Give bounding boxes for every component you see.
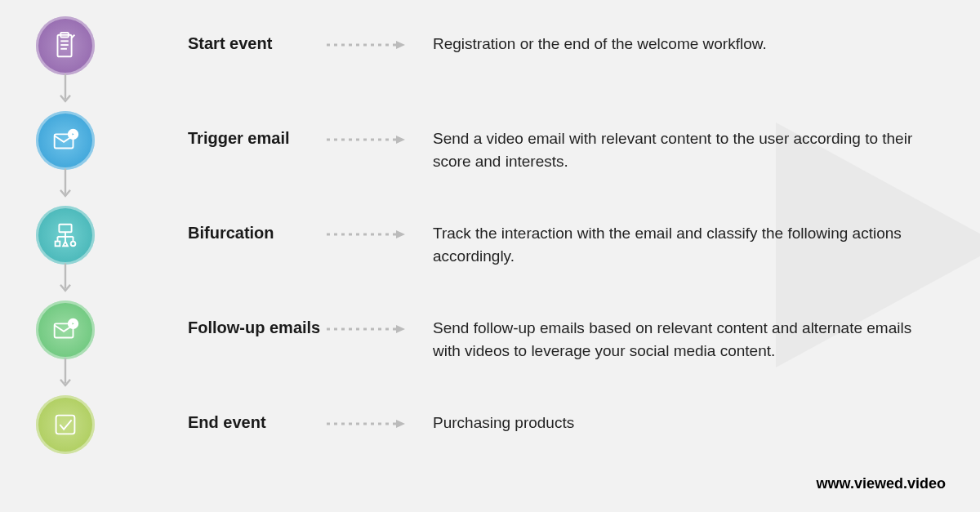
- email-play-icon: [36, 301, 95, 359]
- step-label: End event: [98, 395, 327, 432]
- step-label: Start event: [98, 16, 327, 53]
- dotted-arrow-icon: [327, 134, 408, 145]
- arrow-down-icon: [56, 359, 75, 389]
- dotted-arrow-icon: [327, 323, 408, 335]
- arrow-down-icon: [56, 265, 75, 294]
- step-description: Send a video email with relevant content…: [433, 111, 947, 172]
- step-label: Follow-up emails: [98, 301, 327, 337]
- step-description: Send follow-up emails based on relevant …: [433, 301, 947, 362]
- svg-rect-34: [56, 416, 75, 434]
- svg-marker-15: [396, 136, 405, 144]
- svg-marker-33: [396, 325, 405, 333]
- svg-rect-22: [56, 242, 60, 247]
- check-icon: [36, 395, 95, 454]
- step-row: Trigger email Send a video email with re…: [33, 111, 947, 199]
- step-row: Bifurcation Track the interaction with t…: [33, 206, 947, 294]
- step-label: Trigger email: [98, 111, 327, 148]
- step-label: Bifurcation: [98, 206, 327, 243]
- footer-url: www.viewed.video: [817, 475, 946, 492]
- workflow-diagram: Start event Registration or the end of t…: [0, 0, 980, 477]
- arrow-down-icon: [56, 75, 75, 105]
- svg-marker-36: [396, 420, 405, 428]
- clipboard-icon: [36, 16, 95, 75]
- svg-marker-23: [63, 242, 68, 247]
- dotted-arrow-icon: [327, 229, 408, 240]
- svg-marker-9: [396, 41, 405, 49]
- svg-rect-16: [59, 225, 71, 233]
- step-description: Purchasing products: [433, 395, 947, 434]
- svg-marker-27: [396, 230, 405, 238]
- step-description: Track the interaction with the email and…: [433, 206, 947, 267]
- email-play-icon: [36, 111, 95, 170]
- svg-point-24: [71, 242, 76, 247]
- step-description: Registration or the end of the welcome w…: [433, 16, 947, 56]
- step-row: End event Purchasing products: [33, 395, 947, 454]
- step-row: Follow-up emails Send follow-up emails b…: [33, 301, 947, 389]
- branch-icon: [36, 206, 95, 265]
- dotted-arrow-icon: [327, 39, 408, 51]
- arrow-down-icon: [56, 170, 75, 199]
- dotted-arrow-icon: [327, 418, 408, 430]
- step-row: Start event Registration or the end of t…: [33, 16, 947, 105]
